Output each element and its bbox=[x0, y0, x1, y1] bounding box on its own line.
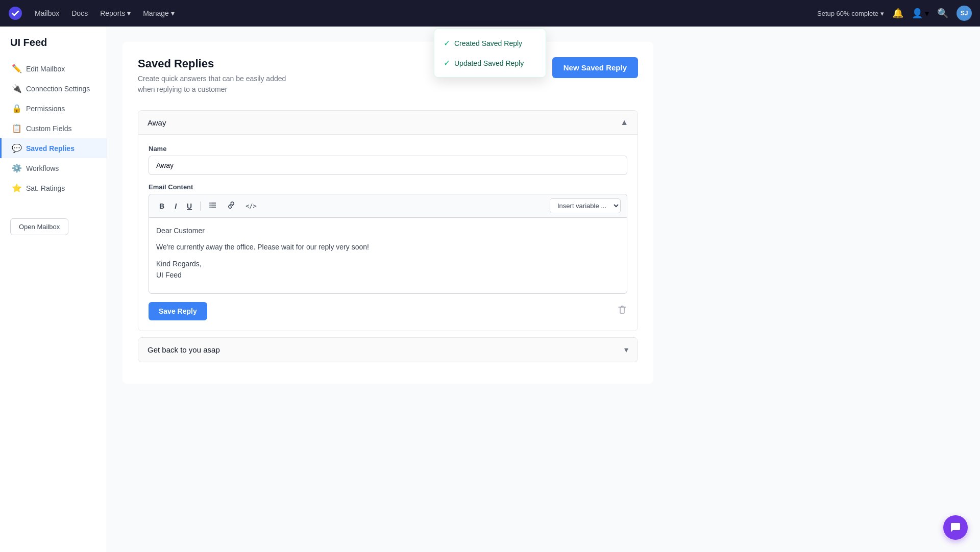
underline-button[interactable]: U bbox=[183, 200, 196, 212]
svg-point-6 bbox=[209, 207, 210, 208]
accordion-away-title: Away bbox=[148, 118, 166, 127]
accordion-away-header[interactable]: Away ▲ bbox=[138, 111, 638, 134]
notif-created: ✓ Created Saved Reply bbox=[434, 33, 546, 53]
new-saved-reply-button[interactable]: New Saved Reply bbox=[552, 57, 638, 78]
reply-actions: Save Reply bbox=[149, 302, 627, 320]
chat-widget-button[interactable] bbox=[943, 515, 968, 540]
page-header: Saved Replies Create quick answers that … bbox=[138, 57, 638, 95]
notif-updated: ✓ Updated Saved Reply bbox=[434, 53, 546, 73]
sidebar-footer: Open Mailbox bbox=[0, 208, 107, 245]
page-title: Saved Replies bbox=[138, 57, 301, 70]
chevron-down-icon: ▾ bbox=[624, 345, 628, 355]
account-icon: 👤 bbox=[912, 8, 923, 19]
editor-toolbar: B I U bbox=[149, 194, 627, 217]
list-icon bbox=[209, 201, 217, 209]
trash-icon bbox=[617, 305, 627, 315]
accordion-away-body: Name Email Content B I U bbox=[138, 134, 638, 331]
check-icon-created: ✓ bbox=[444, 38, 450, 48]
name-field-group: Name bbox=[149, 145, 627, 175]
sidebar-item-saved-replies[interactable]: 💬 Saved Replies bbox=[0, 138, 107, 158]
page-subtitle: Create quick answers that can be easily … bbox=[138, 73, 301, 95]
setup-progress[interactable]: Setup 60% complete ▾ bbox=[817, 10, 884, 17]
nav-reports[interactable]: Reports ▾ bbox=[100, 9, 131, 17]
nav-manage[interactable]: Manage ▾ bbox=[143, 9, 175, 17]
connection-settings-icon: 🔌 bbox=[12, 84, 21, 93]
nav-mailbox[interactable]: Mailbox bbox=[35, 9, 59, 17]
svg-point-4 bbox=[209, 203, 210, 204]
email-content-group: Email Content B I U bbox=[149, 183, 627, 294]
code-button[interactable]: </> bbox=[241, 200, 261, 212]
chat-widget-icon bbox=[949, 521, 962, 534]
accordion-away: Away ▲ Name Email Content B bbox=[138, 110, 638, 331]
sidebar-item-connection-settings[interactable]: 🔌 Connection Settings bbox=[0, 79, 107, 98]
sidebar-item-edit-mailbox[interactable]: ✏️ Edit Mailbox bbox=[0, 59, 107, 79]
toolbar-separator-1 bbox=[200, 202, 201, 211]
sidebar-title: UI Feed bbox=[0, 37, 107, 59]
user-menu[interactable]: 👤 ▾ bbox=[912, 8, 929, 19]
editor-body[interactable]: Dear Customer We're currently away the o… bbox=[149, 217, 627, 294]
accordion-getback: Get back to you asap ▾ bbox=[138, 337, 638, 362]
name-input[interactable] bbox=[149, 156, 627, 175]
permissions-icon: 🔒 bbox=[12, 104, 21, 113]
search-icon[interactable]: 🔍 bbox=[937, 8, 948, 19]
sidebar-item-custom-fields[interactable]: 📋 Custom Fields bbox=[0, 118, 107, 138]
check-icon-updated: ✓ bbox=[444, 58, 450, 68]
italic-button[interactable]: I bbox=[170, 200, 181, 212]
accordion-getback-title: Get back to you asap bbox=[148, 345, 220, 354]
avatar[interactable]: SJ bbox=[957, 6, 972, 21]
name-label: Name bbox=[149, 145, 627, 153]
sat-ratings-icon: ⭐ bbox=[12, 183, 21, 193]
main-content: Saved Replies Create quick answers that … bbox=[107, 27, 980, 552]
editor-line-3: Kind Regards, UI Feed bbox=[156, 258, 620, 281]
nav-docs[interactable]: Docs bbox=[71, 9, 88, 17]
edit-mailbox-icon: ✏️ bbox=[12, 64, 21, 73]
saved-replies-icon: 💬 bbox=[12, 143, 21, 153]
svg-point-0 bbox=[9, 7, 22, 20]
sidebar: UI Feed ✏️ Edit Mailbox 🔌 Connection Set… bbox=[0, 27, 107, 552]
workflows-icon: ⚙️ bbox=[12, 163, 21, 173]
save-reply-button[interactable]: Save Reply bbox=[149, 302, 207, 320]
sidebar-item-permissions[interactable]: 🔒 Permissions bbox=[0, 98, 107, 118]
editor-line-1: Dear Customer bbox=[156, 225, 620, 236]
open-mailbox-button[interactable]: Open Mailbox bbox=[10, 218, 68, 235]
sidebar-item-sat-ratings[interactable]: ⭐ Sat. Ratings bbox=[0, 178, 107, 198]
accordion-getback-header[interactable]: Get back to you asap ▾ bbox=[138, 338, 638, 362]
chevron-up-icon: ▲ bbox=[620, 118, 628, 127]
svg-point-5 bbox=[209, 205, 210, 206]
page-header-left: Saved Replies Create quick answers that … bbox=[138, 57, 301, 95]
email-content-label: Email Content bbox=[149, 183, 627, 191]
layout: UI Feed ✏️ Edit Mailbox 🔌 Connection Set… bbox=[0, 27, 980, 552]
link-icon bbox=[227, 201, 235, 209]
logo[interactable] bbox=[8, 6, 22, 20]
custom-fields-icon: 📋 bbox=[12, 123, 21, 133]
bold-button[interactable]: B bbox=[155, 200, 168, 212]
list-button[interactable] bbox=[205, 199, 221, 213]
link-button[interactable] bbox=[223, 199, 239, 213]
topnav-right: Setup 60% complete ▾ 🔔 👤 ▾ 🔍 SJ bbox=[817, 6, 972, 21]
insert-variable-select[interactable]: Insert variable ... bbox=[550, 198, 621, 213]
content-card: Saved Replies Create quick answers that … bbox=[122, 42, 653, 384]
delete-reply-button[interactable] bbox=[617, 305, 627, 317]
notification-dropdown: ✓ Created Saved Reply ✓ Updated Saved Re… bbox=[434, 29, 546, 78]
notifications-icon[interactable]: 🔔 bbox=[892, 8, 903, 19]
sidebar-item-workflows[interactable]: ⚙️ Workflows bbox=[0, 158, 107, 178]
top-navigation: Mailbox Docs Reports ▾ Manage ▾ ✓ Create… bbox=[0, 0, 980, 27]
editor-line-2: We're currently away the office. Please … bbox=[156, 241, 620, 253]
